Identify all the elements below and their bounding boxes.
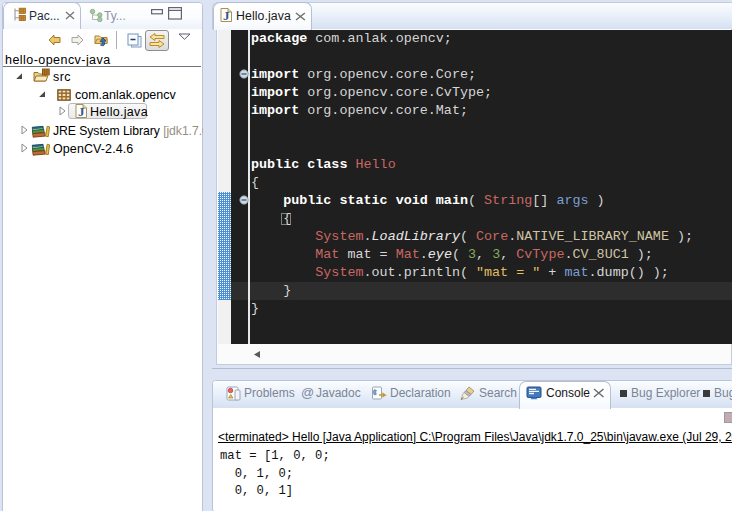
svg-text:J: J [223, 8, 230, 22]
svg-text:J: J [78, 104, 85, 118]
